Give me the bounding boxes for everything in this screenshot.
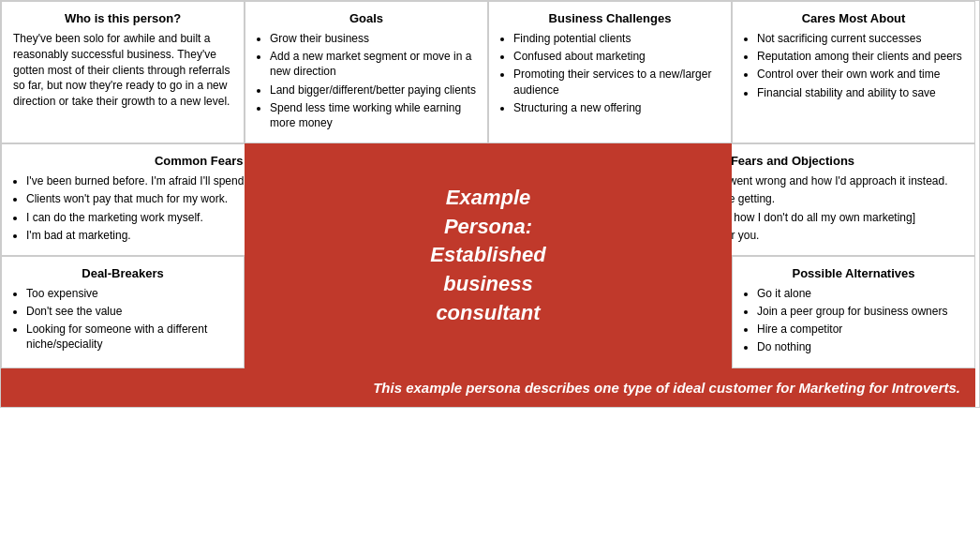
dealbreakers-cell: Deal-Breakers Too expensive Don't see th…: [1, 256, 245, 368]
dealbreakers-title: Deal-Breakers: [13, 266, 232, 280]
list-item: Join a peer group for business owners: [757, 304, 963, 319]
list-item: Go it alone: [757, 286, 963, 301]
cares-title: Cares Most About: [744, 11, 963, 25]
list-item: Looking for someone with a different nic…: [26, 322, 232, 352]
list-item: Add a new market segment or move in a ne…: [270, 49, 476, 79]
who-cell: Who is this person? They've been solo fo…: [1, 1, 245, 143]
challenges-list: Finding potential clients Confused about…: [500, 31, 720, 115]
list-item: Spend less time working while earning mo…: [270, 100, 476, 130]
list-item: Confused about marketing: [513, 49, 720, 64]
alternatives-list: Go it alone Join a peer group for busine…: [744, 286, 963, 355]
who-text: They've been solo for awhile and built a…: [13, 31, 232, 110]
list-item: Not sacrificing current successes: [757, 31, 963, 46]
challenges-title: Business Challenges: [500, 11, 720, 25]
goals-cell: Goals Grow their business Add a new mark…: [245, 1, 488, 143]
list-item: Finding potential clients: [513, 31, 720, 46]
cares-list: Not sacrificing current successes Reputa…: [744, 31, 963, 100]
goals-list: Grow their business Add a new market seg…: [257, 31, 476, 130]
list-item: Grow their business: [270, 31, 476, 46]
list-item: Reputation among their clients and peers: [757, 49, 963, 64]
list-item: Hire a competitor: [757, 322, 963, 337]
list-item: Promoting their services to a new/larger…: [513, 67, 720, 97]
goals-title: Goals: [257, 11, 476, 25]
persona-center: Example Persona: Established business co…: [245, 143, 732, 368]
persona-grid: Who is this person? They've been solo fo…: [0, 0, 980, 408]
list-item: Do nothing: [757, 339, 963, 354]
alternatives-title: Possible Alternatives: [744, 266, 963, 280]
list-item: Too expensive: [26, 286, 232, 301]
list-item: Control over their own work and time: [757, 67, 963, 82]
who-title: Who is this person?: [13, 11, 232, 25]
cares-cell: Cares Most About Not sacrificing current…: [732, 1, 975, 143]
persona-text: Example Persona: Established business co…: [430, 184, 545, 328]
dealbreakers-list: Too expensive Don't see the value Lookin…: [13, 286, 232, 352]
list-item: Structuring a new offering: [513, 100, 720, 115]
list-item: Don't see the value: [26, 304, 232, 319]
challenges-cell: Business Challenges Finding potential cl…: [488, 1, 732, 143]
alternatives-cell: Possible Alternatives Go it alone Join a…: [732, 256, 975, 368]
list-item: Financial stability and ability to save: [757, 85, 963, 100]
list-item: Land bigger/different/better paying clie…: [270, 82, 476, 98]
bottom-banner: This example persona describes one type …: [1, 368, 975, 407]
banner-text: This example persona describes one type …: [373, 380, 960, 396]
